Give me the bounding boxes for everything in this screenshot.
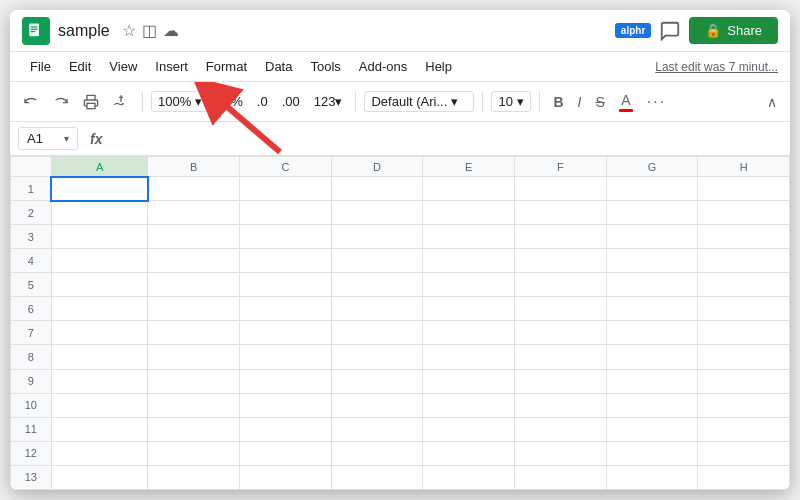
share-button[interactable]: 🔒 Share	[689, 17, 778, 44]
more-formats-button[interactable]: ···	[642, 89, 671, 115]
cell-E12[interactable]	[423, 441, 515, 465]
last-edit-text[interactable]: Last edit was 7 minut...	[655, 60, 778, 74]
cell-A12[interactable]	[51, 441, 148, 465]
cell-F9[interactable]	[515, 369, 607, 393]
cell-A8[interactable]	[51, 345, 148, 369]
cell-G6[interactable]	[606, 297, 698, 321]
cell-H9[interactable]	[698, 369, 790, 393]
cell-H3[interactable]	[698, 225, 790, 249]
row-num-13[interactable]: 13	[11, 465, 52, 489]
undo-button[interactable]	[18, 90, 44, 114]
collapse-toolbar-button[interactable]: ∧	[762, 90, 782, 114]
row-num-9[interactable]: 9	[11, 369, 52, 393]
cell-G8[interactable]	[606, 345, 698, 369]
cell-C11[interactable]	[240, 417, 332, 441]
menu-data[interactable]: Data	[257, 56, 300, 77]
menu-format[interactable]: Format	[198, 56, 255, 77]
cell-B6[interactable]	[148, 297, 240, 321]
cell-reference-box[interactable]: A1 ▾	[18, 127, 78, 150]
cell-D1[interactable]	[331, 177, 423, 201]
cell-A9[interactable]	[51, 369, 148, 393]
cell-C12[interactable]	[240, 441, 332, 465]
comments-button[interactable]	[659, 20, 681, 42]
cell-C10[interactable]	[240, 393, 332, 417]
cell-F5[interactable]	[515, 273, 607, 297]
cell-B4[interactable]	[148, 249, 240, 273]
cell-F12[interactable]	[515, 441, 607, 465]
cell-F1[interactable]	[515, 177, 607, 201]
cell-G3[interactable]	[606, 225, 698, 249]
cell-B5[interactable]	[148, 273, 240, 297]
col-header-c[interactable]: C	[240, 157, 332, 177]
cell-H7[interactable]	[698, 321, 790, 345]
format-number-button[interactable]: 123▾	[309, 90, 348, 113]
cell-C9[interactable]	[240, 369, 332, 393]
cell-E3[interactable]	[423, 225, 515, 249]
cell-F6[interactable]	[515, 297, 607, 321]
menu-edit[interactable]: Edit	[61, 56, 99, 77]
cell-B3[interactable]	[148, 225, 240, 249]
cell-G12[interactable]	[606, 441, 698, 465]
cell-D10[interactable]	[331, 393, 423, 417]
cell-E6[interactable]	[423, 297, 515, 321]
cell-C2[interactable]	[240, 201, 332, 225]
cell-E7[interactable]	[423, 321, 515, 345]
cell-G2[interactable]	[606, 201, 698, 225]
menu-addons[interactable]: Add-ons	[351, 56, 415, 77]
cell-C4[interactable]	[240, 249, 332, 273]
cell-G1[interactable]	[606, 177, 698, 201]
row-num-6[interactable]: 6	[11, 297, 52, 321]
bold-button[interactable]: B	[548, 90, 568, 114]
cell-C13[interactable]	[240, 465, 332, 489]
cell-D6[interactable]	[331, 297, 423, 321]
cell-F2[interactable]	[515, 201, 607, 225]
cell-C3[interactable]	[240, 225, 332, 249]
cell-B12[interactable]	[148, 441, 240, 465]
cell-G7[interactable]	[606, 321, 698, 345]
cell-B7[interactable]	[148, 321, 240, 345]
cell-H8[interactable]	[698, 345, 790, 369]
cell-A13[interactable]	[51, 465, 148, 489]
cell-C1[interactable]	[240, 177, 332, 201]
cell-F10[interactable]	[515, 393, 607, 417]
menu-file[interactable]: File	[22, 56, 59, 77]
cell-H2[interactable]	[698, 201, 790, 225]
cell-B11[interactable]	[148, 417, 240, 441]
col-header-a[interactable]: A	[51, 157, 148, 177]
menu-view[interactable]: View	[101, 56, 145, 77]
cell-H5[interactable]	[698, 273, 790, 297]
cell-G11[interactable]	[606, 417, 698, 441]
cell-H12[interactable]	[698, 441, 790, 465]
row-num-12[interactable]: 12	[11, 441, 52, 465]
decrease-decimal-button[interactable]: .0	[252, 90, 273, 113]
cell-C6[interactable]	[240, 297, 332, 321]
cell-A10[interactable]	[51, 393, 148, 417]
cell-G4[interactable]	[606, 249, 698, 273]
cell-E1[interactable]	[423, 177, 515, 201]
row-num-11[interactable]: 11	[11, 417, 52, 441]
col-header-f[interactable]: F	[515, 157, 607, 177]
row-num-8[interactable]: 8	[11, 345, 52, 369]
cell-D12[interactable]	[331, 441, 423, 465]
cell-G13[interactable]	[606, 465, 698, 489]
cell-D5[interactable]	[331, 273, 423, 297]
cell-G9[interactable]	[606, 369, 698, 393]
cell-E4[interactable]	[423, 249, 515, 273]
cell-C8[interactable]	[240, 345, 332, 369]
italic-button[interactable]: I	[573, 90, 587, 114]
zoom-control[interactable]: 100% ▾	[151, 91, 209, 112]
cell-F7[interactable]	[515, 321, 607, 345]
cell-A11[interactable]	[51, 417, 148, 441]
col-header-h[interactable]: H	[698, 157, 790, 177]
menu-help[interactable]: Help	[417, 56, 460, 77]
strikethrough-button[interactable]: S	[590, 90, 609, 114]
cell-G5[interactable]	[606, 273, 698, 297]
cell-D4[interactable]	[331, 249, 423, 273]
cell-B13[interactable]	[148, 465, 240, 489]
col-header-g[interactable]: G	[606, 157, 698, 177]
cell-D2[interactable]	[331, 201, 423, 225]
row-num-4[interactable]: 4	[11, 249, 52, 273]
star-icon[interactable]: ☆	[122, 21, 136, 40]
row-num-7[interactable]: 7	[11, 321, 52, 345]
font-family-select[interactable]: Default (Ari... ▾	[364, 91, 474, 112]
